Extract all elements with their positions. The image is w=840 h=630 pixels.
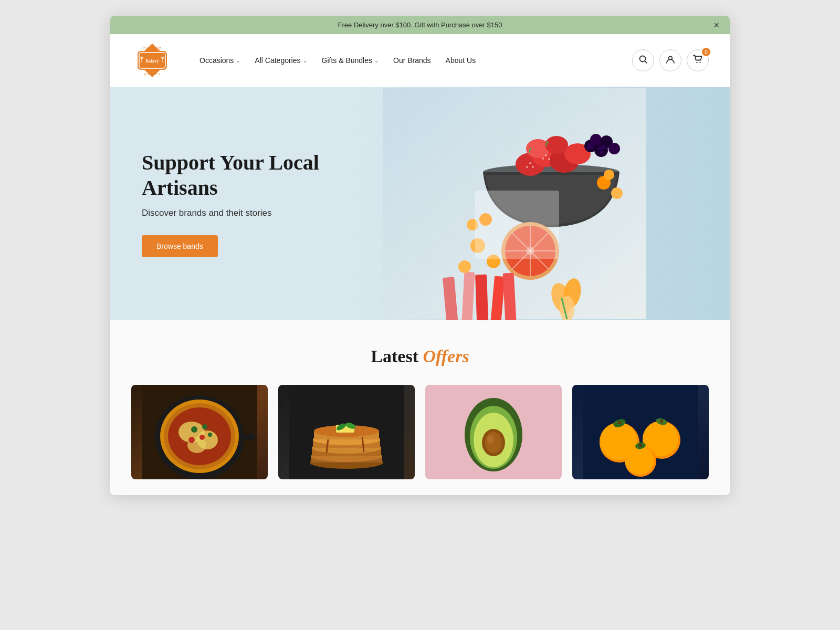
svg-point-14 bbox=[696, 61, 697, 62]
svg-text:QUALITY: QUALITY bbox=[144, 72, 161, 76]
svg-text:PREMIUM: PREMIUM bbox=[143, 46, 161, 49]
announcement-text: Free Delivery over $100. Gift with Purch… bbox=[338, 21, 502, 29]
hero-section: Support Your Local Artisans Discover bra… bbox=[110, 87, 730, 320]
svg-line-12 bbox=[645, 61, 647, 63]
svg-point-98 bbox=[485, 432, 502, 453]
svg-point-27 bbox=[545, 154, 547, 156]
svg-point-59 bbox=[604, 170, 614, 180]
svg-point-74 bbox=[191, 426, 197, 433]
pancakes-illustration bbox=[289, 385, 404, 479]
svg-point-77 bbox=[188, 437, 195, 443]
cart-icon bbox=[693, 55, 702, 67]
svg-point-24 bbox=[529, 162, 531, 164]
svg-point-23 bbox=[545, 136, 568, 154]
header: Bakery PREMIUM QUALITY Occasions ⌄ All C… bbox=[110, 34, 730, 87]
svg-point-36 bbox=[591, 142, 595, 146]
pizza-illustration bbox=[142, 385, 257, 479]
svg-point-78 bbox=[208, 433, 212, 437]
svg-point-106 bbox=[625, 445, 654, 475]
svg-point-58 bbox=[611, 187, 623, 199]
nav-item-occasions[interactable]: Occasions ⌄ bbox=[200, 56, 240, 65]
svg-rect-65 bbox=[475, 191, 559, 259]
offer-card-avocado[interactable] bbox=[425, 385, 562, 479]
nav-item-all-categories[interactable]: All Categories ⌄ bbox=[255, 56, 307, 65]
chevron-down-icon: ⌄ bbox=[303, 58, 307, 64]
user-account-button[interactable] bbox=[659, 49, 681, 71]
header-actions: 0 bbox=[632, 49, 709, 71]
logo-icon: Bakery PREMIUM QUALITY bbox=[131, 39, 173, 81]
chevron-down-icon: ⌄ bbox=[236, 58, 240, 64]
offer-card-pancakes[interactable] bbox=[278, 385, 415, 479]
search-icon bbox=[638, 55, 648, 67]
cart-button[interactable]: 0 bbox=[687, 49, 709, 71]
main-nav: Occasions ⌄ All Categories ⌄ Gifts & Bun… bbox=[200, 56, 616, 65]
chevron-down-icon: ⌄ bbox=[374, 58, 379, 64]
svg-point-29 bbox=[542, 158, 544, 160]
svg-point-11 bbox=[640, 56, 646, 61]
svg-point-76 bbox=[200, 435, 205, 440]
svg-point-38 bbox=[586, 146, 590, 150]
svg-point-41 bbox=[600, 151, 604, 154]
svg-rect-79 bbox=[239, 434, 255, 440]
hero-illustration bbox=[383, 87, 646, 320]
hero-content: Support Your Local Artisans Discover bra… bbox=[110, 87, 383, 320]
hero-image bbox=[383, 87, 646, 320]
svg-point-25 bbox=[532, 166, 534, 168]
hero-cta-button[interactable]: Browse bands bbox=[142, 235, 218, 257]
cart-count-badge: 0 bbox=[702, 48, 710, 56]
svg-point-10 bbox=[161, 57, 164, 59]
browser-window: Free Delivery over $100. Gift with Purch… bbox=[110, 16, 730, 495]
latest-offers-section: Latest Offers bbox=[110, 320, 730, 495]
svg-point-39 bbox=[598, 147, 602, 151]
hero-subtitle: Discover brands and theit stories bbox=[142, 208, 352, 218]
nav-item-our-brands[interactable]: Our Brands bbox=[393, 56, 431, 65]
svg-point-75 bbox=[202, 424, 207, 429]
svg-point-34 bbox=[608, 143, 620, 154]
svg-point-40 bbox=[602, 145, 605, 149]
svg-point-8 bbox=[140, 57, 143, 59]
offer-card-pizza[interactable] bbox=[131, 385, 268, 479]
nav-item-gifts-bundles[interactable]: Gifts & Bundles ⌄ bbox=[322, 56, 379, 65]
svg-point-112 bbox=[639, 444, 642, 447]
svg-point-28 bbox=[548, 158, 550, 160]
logo[interactable]: Bakery PREMIUM QUALITY bbox=[131, 39, 173, 81]
svg-point-15 bbox=[699, 61, 700, 62]
svg-point-37 bbox=[590, 146, 593, 150]
oranges-illustration bbox=[583, 385, 698, 479]
search-button[interactable] bbox=[632, 49, 654, 71]
svg-point-99 bbox=[487, 435, 494, 444]
announcement-bar: Free Delivery over $100. Gift with Purch… bbox=[110, 16, 730, 34]
user-icon bbox=[666, 55, 675, 67]
nav-item-about-us[interactable]: About Us bbox=[446, 56, 476, 65]
avocado-illustration bbox=[436, 385, 551, 479]
svg-text:Bakery: Bakery bbox=[146, 59, 159, 64]
announcement-close-button[interactable]: × bbox=[713, 20, 719, 30]
svg-point-56 bbox=[458, 260, 471, 273]
section-title: Latest Offers bbox=[131, 346, 709, 366]
hero-title: Support Your Local Artisans bbox=[142, 150, 352, 201]
svg-point-26 bbox=[526, 166, 528, 168]
offers-grid bbox=[131, 385, 709, 479]
offer-card-oranges[interactable] bbox=[572, 385, 709, 479]
